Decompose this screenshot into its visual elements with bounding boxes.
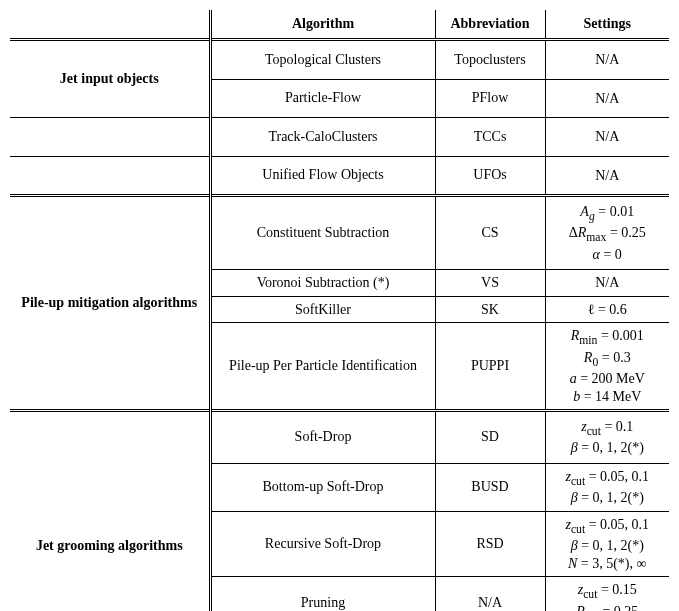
abbr-cell: SK	[435, 296, 545, 323]
table-row: Track-CaloClusters TCCs N/A	[10, 118, 669, 157]
settings-cell: zcut = 0.15 Rcut = 0.25	[545, 577, 669, 611]
settings-cell: zcut = 0.05, 0.1 β = 0, 1, 2(*) N = 3, 5…	[545, 511, 669, 576]
alg-cell: Topological Clusters	[210, 40, 435, 80]
header-settings: Settings	[545, 10, 669, 40]
setting-line: β = 0, 1, 2(*)	[554, 537, 662, 555]
settings-cell: N/A	[545, 40, 669, 80]
category-grooming: Jet grooming algorithms	[10, 411, 210, 612]
abbr-cell: UFOs	[435, 156, 545, 196]
settings-cell: zcut = 0.1 β = 0, 1, 2(*)	[545, 411, 669, 464]
header-abbreviation: Abbreviation	[435, 10, 545, 40]
alg-cell: Pruning	[210, 577, 435, 611]
setting-line: N = 3, 5(*), ∞	[554, 555, 662, 573]
table-row: Unified Flow Objects UFOs N/A	[10, 156, 669, 196]
setting-line: Rmin = 0.001	[554, 327, 662, 348]
table-header-row: Algorithm Abbreviation Settings	[10, 10, 669, 40]
setting-line: a = 200 MeV	[554, 370, 662, 388]
category-jet-input: Jet input objects	[10, 40, 210, 118]
header-blank	[10, 10, 210, 40]
alg-cell: Soft-Drop	[210, 411, 435, 464]
setting-line: β = 0, 1, 2(*)	[554, 439, 662, 457]
alg-cell: Voronoi Subtraction (*)	[210, 270, 435, 297]
alg-cell: Bottom-up Soft-Drop	[210, 463, 435, 511]
setting-line: zcut = 0.1	[554, 418, 662, 439]
abbr-cell: N/A	[435, 577, 545, 611]
abbr-cell: PFlow	[435, 79, 545, 118]
alg-cell: Pile-up Per Particle Identification	[210, 323, 435, 411]
setting-line: zcut = 0.15	[554, 581, 662, 602]
abbr-cell: RSD	[435, 511, 545, 576]
abbr-cell: BUSD	[435, 463, 545, 511]
setting-line: Rcut = 0.25	[554, 603, 662, 612]
setting-line: zcut = 0.05, 0.1	[554, 516, 662, 537]
alg-cell: Constituent Subtraction	[210, 196, 435, 270]
settings-cell: N/A	[545, 79, 669, 118]
setting-line: R0 = 0.3	[554, 349, 662, 370]
settings-cell: zcut = 0.05, 0.1 β = 0, 1, 2(*)	[545, 463, 669, 511]
abbr-cell: Topoclusters	[435, 40, 545, 80]
alg-cell: Particle-Flow	[210, 79, 435, 118]
settings-cell: N/A	[545, 156, 669, 196]
setting-line: Ag = 0.01	[554, 203, 662, 224]
setting-line: β = 0, 1, 2(*)	[554, 489, 662, 507]
setting-line: zcut = 0.05, 0.1	[554, 468, 662, 489]
alg-cell: Track-CaloClusters	[210, 118, 435, 157]
alg-cell: Unified Flow Objects	[210, 156, 435, 196]
abbr-cell: CS	[435, 196, 545, 270]
setting-line: ΔRmax = 0.25	[554, 224, 662, 245]
settings-cell: N/A	[545, 270, 669, 297]
alg-cell: SoftKiller	[210, 296, 435, 323]
abbr-cell: VS	[435, 270, 545, 297]
abbr-cell: TCCs	[435, 118, 545, 157]
settings-cell: ℓ = 0.6	[545, 296, 669, 323]
category-pileup: Pile-up mitigation algorithms	[10, 196, 210, 411]
settings-cell: Ag = 0.01 ΔRmax = 0.25 α = 0	[545, 196, 669, 270]
abbr-cell: PUPPI	[435, 323, 545, 411]
settings-cell: N/A	[545, 118, 669, 157]
header-algorithm: Algorithm	[210, 10, 435, 40]
table-row: Jet grooming algorithms Soft-Drop SD zcu…	[10, 411, 669, 464]
settings-cell: Rmin = 0.001 R0 = 0.3 a = 200 MeV b = 14…	[545, 323, 669, 411]
setting-line: α = 0	[554, 246, 662, 264]
algorithms-table: Algorithm Abbreviation Settings Jet inpu…	[10, 10, 669, 611]
table-row: Jet input objects Topological Clusters T…	[10, 40, 669, 80]
abbr-cell: SD	[435, 411, 545, 464]
setting-line: b = 14 MeV	[554, 388, 662, 406]
alg-cell: Recursive Soft-Drop	[210, 511, 435, 576]
table-row: Pile-up mitigation algorithms Constituen…	[10, 196, 669, 270]
